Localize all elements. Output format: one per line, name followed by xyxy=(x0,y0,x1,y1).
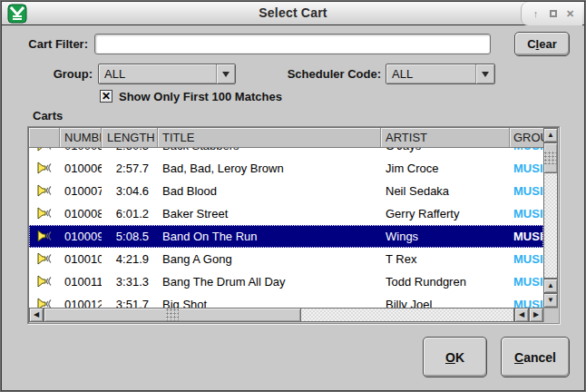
title-bar[interactable]: Select Cart ↑ ✕ xyxy=(2,2,584,25)
table-row[interactable]: 010010 4:21.9 Bang A Gong T Rex MUSIC xyxy=(29,248,543,270)
cart-title: Big Shot xyxy=(158,298,381,308)
table-row[interactable]: 010008 6:01.2 Baker Street Gerry Raffert… xyxy=(29,202,543,225)
cart-length: 3:51.7 xyxy=(102,298,158,308)
cart-group: MUSIC xyxy=(510,184,543,198)
cart-artist: Gerry Rafferty xyxy=(381,207,510,220)
cart-group: MUSIC xyxy=(510,162,543,175)
table-row[interactable]: 010005 2:50.5 Back Stabbers O'Jays MUSIC xyxy=(29,148,543,157)
speaker-icon xyxy=(29,230,60,243)
cart-group: MUSIC xyxy=(510,298,543,308)
cart-group: MUSIC xyxy=(510,275,543,289)
scheduler-code-select[interactable]: ALL xyxy=(386,64,495,84)
cart-title: Baker Street xyxy=(158,207,381,220)
cart-number: 010009 xyxy=(60,230,102,243)
group-selected-value: ALL xyxy=(104,67,125,81)
ok-button[interactable]: OK xyxy=(423,337,487,377)
table-row[interactable]: 010012 3:51.7 Big Shot Billy Joel MUSIC xyxy=(29,293,543,308)
scheduler-code-label: Scheduler Code: xyxy=(227,67,381,81)
carts-section-label: Carts xyxy=(33,109,63,122)
cart-artist: Jim Croce xyxy=(381,162,510,175)
cart-number: 010007 xyxy=(60,184,102,198)
cart-number: 010011 xyxy=(60,275,102,289)
scroll-right-icon[interactable]: ▶ xyxy=(529,308,543,322)
scroll-left-icon-paired[interactable]: ◀ xyxy=(514,308,529,322)
table-row[interactable]: 010011 3:31.3 Bang The Drum All Day Todd… xyxy=(29,270,543,293)
cart-table-header: NUMBER LENGTH TITLE ARTIST GROUP xyxy=(29,128,543,148)
speaker-icon xyxy=(29,184,60,198)
cart-number: 010012 xyxy=(60,298,102,308)
cart-title: Back Stabbers xyxy=(158,148,381,152)
group-select[interactable]: ALL xyxy=(98,64,236,84)
select-cart-dialog: Select Cart ↑ ✕ Cart Filter: Clear Group… xyxy=(0,0,586,392)
scroll-left-icon[interactable]: ◀ xyxy=(29,308,44,322)
cart-group: MUSIC xyxy=(510,148,543,152)
cart-title: Bang A Gong xyxy=(158,252,381,266)
cart-artist: Wings xyxy=(381,230,510,243)
scroll-down-icon[interactable]: ▼ xyxy=(543,293,558,308)
cart-length: 4:21.9 xyxy=(102,252,158,266)
cart-filter-input[interactable] xyxy=(94,34,491,54)
cart-artist: Todd Rundgren xyxy=(381,275,510,289)
maximize-window-icon[interactable] xyxy=(546,7,560,21)
show-only-first-100-label: Show Only First 100 Matches xyxy=(119,90,282,103)
cancel-button[interactable]: Cancel xyxy=(501,337,570,377)
show-only-first-100-checkbox[interactable]: ✕ xyxy=(100,90,112,103)
speaker-icon xyxy=(29,148,60,152)
cart-title: Band On The Run xyxy=(158,230,381,243)
column-header-number[interactable]: NUMBER xyxy=(60,128,102,147)
column-header-length[interactable]: LENGTH xyxy=(102,128,158,147)
cart-title: Bang The Drum All Day xyxy=(158,275,381,289)
cart-length: 2:50.5 xyxy=(102,148,158,152)
cart-length: 2:57.7 xyxy=(102,162,158,175)
speaker-icon xyxy=(29,252,60,266)
cart-artist: O'Jays xyxy=(381,148,510,152)
vertical-scrollbar[interactable]: ▲ ▲ ▼ xyxy=(543,128,558,308)
column-header-group[interactable]: GROUP xyxy=(510,128,543,147)
cart-group: MUSIC xyxy=(510,230,543,243)
speaker-icon xyxy=(29,162,60,175)
close-window-icon[interactable]: ✕ xyxy=(563,7,577,21)
shade-window-icon[interactable]: ↑ xyxy=(529,7,542,21)
speaker-icon xyxy=(29,298,60,308)
table-row[interactable]: 010007 3:04.6 Bad Blood Neil Sedaka MUSI… xyxy=(29,180,543,202)
window-controls: ↑ ✕ xyxy=(521,2,582,25)
window-title: Select Cart xyxy=(2,5,584,20)
cart-number: 010005 xyxy=(60,148,102,152)
horizontal-scrollbar[interactable]: ◀ ◀ ▶ xyxy=(29,308,543,322)
cart-title: Bad, Bad, Leroy Brown xyxy=(158,162,381,175)
cart-artist: Billy Joel xyxy=(381,298,510,308)
speaker-icon xyxy=(29,207,60,220)
column-header-artist[interactable]: ARTIST xyxy=(381,128,510,147)
cart-group: MUSIC xyxy=(510,252,543,266)
cart-title: Bad Blood xyxy=(158,184,381,198)
column-header-icon[interactable] xyxy=(29,128,60,147)
speaker-icon xyxy=(29,275,60,289)
cart-length: 5:08.5 xyxy=(102,230,158,243)
cart-number: 010006 xyxy=(60,162,102,175)
cart-length: 6:01.2 xyxy=(102,207,158,220)
scrollbar-corner xyxy=(543,308,558,322)
cart-artist: Neil Sedaka xyxy=(381,184,510,198)
clear-button[interactable]: Clear xyxy=(514,32,570,56)
column-header-title[interactable]: TITLE xyxy=(158,128,381,147)
cart-table: NUMBER LENGTH TITLE ARTIST GROUP 010005 … xyxy=(27,126,560,324)
scheduler-selected-value: ALL xyxy=(392,67,413,81)
cart-length: 3:04.6 xyxy=(102,184,158,198)
scroll-up-icon-paired[interactable]: ▲ xyxy=(543,279,558,293)
cart-group: MUSIC xyxy=(510,207,543,220)
scroll-up-icon[interactable]: ▲ xyxy=(543,128,558,142)
vertical-scroll-thumb[interactable] xyxy=(543,142,558,173)
cart-filter-label: Cart Filter: xyxy=(0,37,88,51)
group-label: Group: xyxy=(0,67,93,81)
cart-length: 3:31.3 xyxy=(102,275,158,289)
cart-artist: T Rex xyxy=(381,252,510,266)
table-row[interactable]: 010006 2:57.7 Bad, Bad, Leroy Brown Jim … xyxy=(29,157,543,180)
scheduler-dropdown-arrow-icon[interactable] xyxy=(475,64,494,83)
cart-number: 010008 xyxy=(60,207,102,220)
horizontal-scroll-thumb[interactable] xyxy=(44,308,301,322)
table-row[interactable]: 010009 5:08.5 Band On The Run Wings MUSI… xyxy=(29,225,543,248)
cart-number: 010010 xyxy=(60,252,102,266)
cart-table-body: 010005 2:50.5 Back Stabbers O'Jays MUSIC… xyxy=(29,148,543,308)
